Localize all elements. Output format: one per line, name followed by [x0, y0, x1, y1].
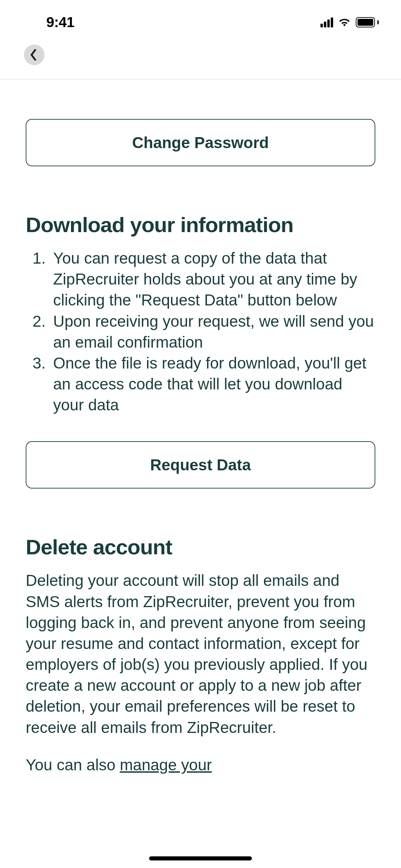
- cellular-signal-icon: [320, 17, 333, 27]
- battery-icon: [356, 17, 377, 27]
- delete-account-body: Deleting your account will stop all emai…: [26, 570, 375, 738]
- status-icons: [320, 17, 377, 27]
- change-password-section: Change Password: [26, 80, 375, 166]
- partial-prefix: You can also: [26, 756, 120, 774]
- download-info-item: Once the file is ready for download, you…: [26, 353, 375, 416]
- wifi-icon: [338, 17, 351, 27]
- download-info-list: You can request a copy of the data that …: [26, 248, 375, 415]
- status-bar: 9:41: [0, 0, 401, 41]
- status-time: 9:41: [46, 14, 74, 31]
- download-info-item: You can request a copy of the data that …: [26, 248, 375, 311]
- download-info-section: Download your information You can reques…: [26, 166, 375, 489]
- download-info-title: Download your information: [26, 213, 375, 237]
- home-indicator[interactable]: [149, 856, 252, 860]
- download-info-item: Upon receiving your request, we will sen…: [26, 311, 375, 353]
- request-data-button[interactable]: Request Data: [26, 441, 375, 489]
- delete-account-title: Delete account: [26, 535, 375, 559]
- back-button[interactable]: [24, 45, 45, 65]
- nav-header: [0, 41, 401, 79]
- change-password-button[interactable]: Change Password: [26, 119, 375, 166]
- chevron-left-icon: [29, 48, 38, 62]
- manage-link[interactable]: manage your: [120, 756, 212, 774]
- delete-account-section: Delete account Deleting your account wil…: [26, 489, 375, 775]
- delete-account-partial: You can also manage your: [26, 755, 375, 775]
